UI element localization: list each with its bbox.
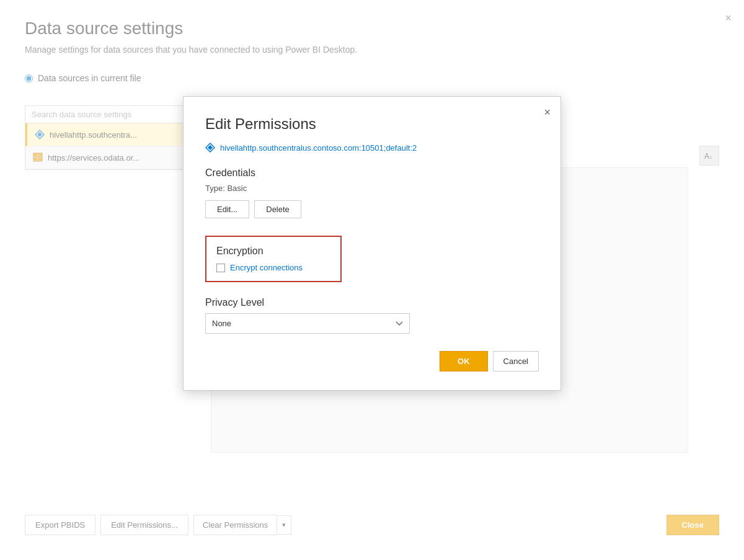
credential-buttons: Edit... Delete — [205, 200, 539, 218]
credentials-label: Credentials — [205, 167, 539, 179]
modal-close-button[interactable]: × — [544, 107, 551, 118]
ok-button[interactable]: OK — [440, 351, 488, 371]
encrypt-connections-checkbox[interactable] — [216, 264, 225, 272]
encrypt-connections-label[interactable]: Encrypt connections — [230, 263, 303, 272]
privacy-level-label: Privacy Level — [205, 297, 539, 308]
encryption-title: Encryption — [216, 246, 330, 257]
modal-footer: OK Cancel — [205, 351, 539, 371]
credential-type: Type: Basic — [205, 184, 539, 193]
privacy-level-select[interactable]: None Public Organizational Private — [205, 313, 410, 334]
cancel-button[interactable]: Cancel — [493, 351, 539, 371]
encryption-section: Encryption Encrypt connections — [205, 236, 342, 282]
modal-datasource-ref: hivellahttp.southcentralus.contoso.com:1… — [205, 143, 539, 153]
delete-credentials-button[interactable]: Delete — [254, 200, 301, 218]
credentials-section: Credentials Type: Basic Edit... Delete — [205, 167, 539, 218]
ref-connector-icon — [205, 143, 215, 153]
edit-credentials-button[interactable]: Edit... — [205, 200, 249, 218]
encrypt-connections-row: Encrypt connections — [216, 263, 330, 272]
privacy-section: Privacy Level None Public Organizational… — [205, 297, 539, 334]
datasource-ref-text: hivellahttp.southcentralus.contoso.com:1… — [220, 143, 417, 153]
svg-marker-12 — [208, 145, 213, 150]
modal-title: Edit Permissions — [205, 115, 539, 133]
edit-permissions-modal: × Edit Permissions hivellahttp.southcent… — [183, 96, 561, 391]
